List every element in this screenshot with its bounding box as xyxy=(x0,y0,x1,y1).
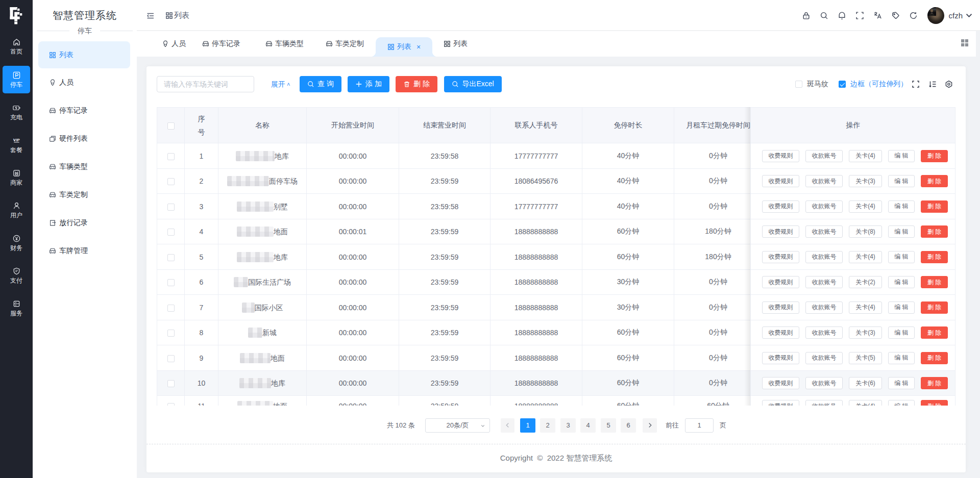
svg-text:VIP: VIP xyxy=(13,138,20,142)
